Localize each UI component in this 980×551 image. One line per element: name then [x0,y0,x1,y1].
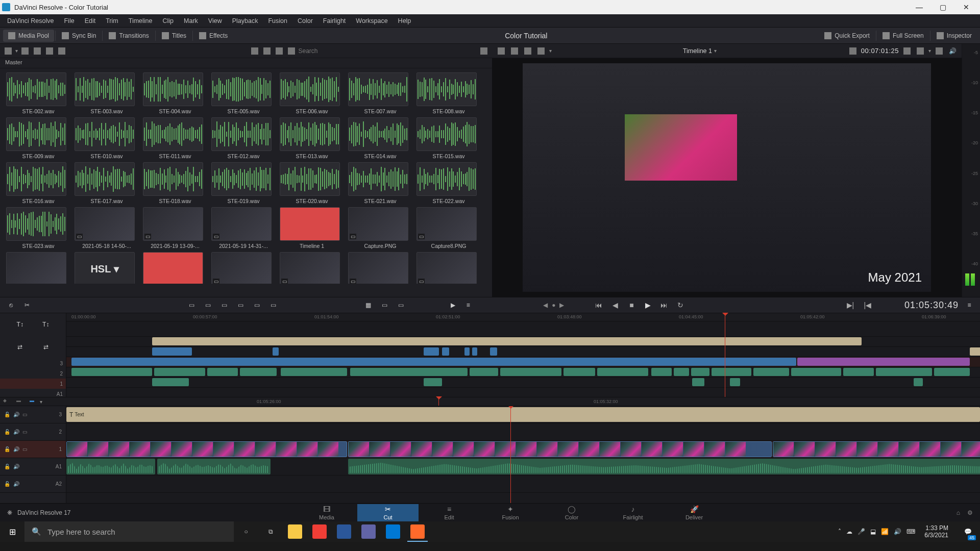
lt-row-head-2[interactable]: 🔓🔊▭2 [0,423,66,441]
sort-button[interactable] [479,46,489,56]
network-icon[interactable]: 📶 [881,528,889,535]
media-clip[interactable]: Timeline 1 [280,207,344,249]
video-clip[interactable] [773,441,980,457]
media-clip[interactable]: STE-018.wav [143,162,207,204]
full-screen-button[interactable]: Full Screen [877,30,929,42]
stop-button[interactable]: ■ [625,299,638,311]
lock-icon[interactable]: 🔓 [4,481,10,487]
video-clip[interactable] [348,441,772,457]
media-clip[interactable] [6,252,70,284]
effects-button[interactable]: Effects [194,30,233,42]
speaker-icon[interactable]: 🔊 [13,464,19,469]
audio-track-tool-icon[interactable]: T↕ [42,321,49,328]
prev-edit-button[interactable]: |◀ [862,299,874,311]
task-view-button[interactable]: ⧉ [258,521,283,542]
lt-row-head-1[interactable]: 🔓🔊▭1 [0,441,66,458]
media-clip[interactable]: ▭ [280,252,344,284]
taskbar-app-teams[interactable] [356,521,381,542]
notifications-button[interactable]: 💬 45 [958,521,978,542]
marker-button[interactable] [902,46,912,56]
bypass-button[interactable] [915,46,925,56]
media-clip[interactable]: STE-011.wav [143,117,207,159]
first-frame-button[interactable]: ⏮ [593,299,605,311]
track-label-1[interactable]: 1 [0,379,66,389]
lower-timeline-tracks[interactable]: T Text [66,406,980,503]
upper-playhead[interactable] [725,313,725,397]
taskbar-app-word[interactable] [332,521,356,542]
video-clip[interactable] [66,441,347,457]
strip-view-button[interactable] [274,46,284,56]
safe-area-button[interactable] [848,46,858,56]
next-edit-button[interactable]: ▶| [844,299,856,311]
lt-track-a1[interactable] [66,458,980,475]
track-label-2[interactable]: 2 [0,368,66,379]
media-clip[interactable]: ▭ [348,252,412,284]
track-v1[interactable] [66,357,980,367]
taskbar-app-davinci[interactable] [405,521,430,542]
media-clip[interactable]: STE-020.wav [280,162,344,204]
maximize-button[interactable]: ▢ [931,0,954,14]
speaker-icon[interactable]: 🔊 [13,446,19,452]
timeline-name[interactable]: Timeline 1 [683,47,712,55]
menu-color[interactable]: Color [292,16,318,26]
taskbar-search[interactable]: 🔍 Type here to search [24,521,234,542]
track-label-3[interactable]: 3 [0,358,66,368]
menu-trim[interactable]: Trim [101,16,124,26]
start-button[interactable]: ⊞ [0,521,24,542]
import-folder-button[interactable] [32,46,42,56]
microphone-icon[interactable]: 🎤 [857,528,865,535]
lower-playhead[interactable] [510,406,511,503]
cortana-button[interactable]: ○ [234,521,258,542]
onedrive-icon[interactable]: ☁ [846,528,852,535]
search-input[interactable] [299,47,360,55]
project-settings-button[interactable]: ⚙ [967,509,973,516]
media-clip[interactable]: STE-017.wav [75,162,139,204]
transform-button[interactable]: ▶ [447,299,458,311]
media-clip[interactable]: STE-022.wav [416,162,481,204]
taskbar-app-vivaldi[interactable] [307,521,332,542]
video-icon[interactable]: ▭ [22,412,27,417]
media-clip[interactable]: STE-005.wav [211,72,276,114]
page-tab-deliver[interactable]: 🚀Deliver [664,504,725,521]
thumbnail-view-button[interactable] [262,46,272,56]
play-button[interactable]: ▶ [642,299,654,311]
flag-color-icon[interactable]: ▬ [30,398,40,405]
bin-list-button[interactable] [3,46,13,56]
page-tab-fairlight[interactable]: ♪Fairlight [602,504,664,521]
media-search[interactable] [299,47,477,55]
taskbar-app-file-explorer[interactable] [283,521,307,542]
media-clip[interactable]: STE-009.wav [6,117,70,159]
viewer-canvas[interactable]: May 2021 [492,58,962,297]
jog-next-icon[interactable]: ▶ [559,302,564,309]
dropbox-icon[interactable]: ⬓ [870,528,876,535]
last-frame-button[interactable]: ⏭ [658,299,670,311]
prev-button[interactable]: ◀ [609,299,621,311]
media-clip[interactable]: STE-008.wav [416,72,481,114]
menu-playback[interactable]: Playback [227,16,263,26]
menu-fusion[interactable]: Fusion [263,16,292,26]
source-tape-button[interactable] [496,46,506,56]
media-clip[interactable]: STE-013.wav [280,117,344,159]
upper-ruler[interactable]: 01:00:00:0000:00:57:0001:01:54:0001:02:5… [66,313,980,321]
media-clip[interactable]: STE-021.wav [348,162,412,204]
media-clip[interactable]: STE-014.wav [348,117,412,159]
minimize-button[interactable]: — [908,0,931,14]
sync-lock-icon[interactable]: ⇄ [17,343,22,350]
menu-view[interactable]: View [203,16,227,26]
tray-chevron-icon[interactable]: ˄ [838,528,841,535]
media-clip[interactable]: ▭2021-05-19 14-31-... [211,207,276,249]
lt-row-head-3[interactable]: 🔓🔊▭3 [0,406,66,423]
close-button[interactable]: ✕ [954,0,978,14]
lt-track-v2[interactable] [66,423,980,441]
media-clip[interactable]: STE-003.wav [75,72,139,114]
media-clip[interactable]: ▭2021-05-19 13-09-... [143,207,207,249]
timecode-menu-button[interactable]: ≡ [964,299,975,311]
loop-button[interactable]: ↻ [674,299,687,311]
import-media-button[interactable] [20,46,30,56]
track-lock-icon[interactable]: ⇄ [43,343,48,350]
close-up-button[interactable]: ▭ [235,299,246,311]
speaker-icon[interactable]: 🔊 [13,412,19,417]
timeline-view-button[interactable] [523,46,533,56]
flag-tool-icon[interactable]: ▬ [16,398,27,405]
taskbar-clock[interactable]: 1:33 PM 6/3/2021 [920,524,952,539]
